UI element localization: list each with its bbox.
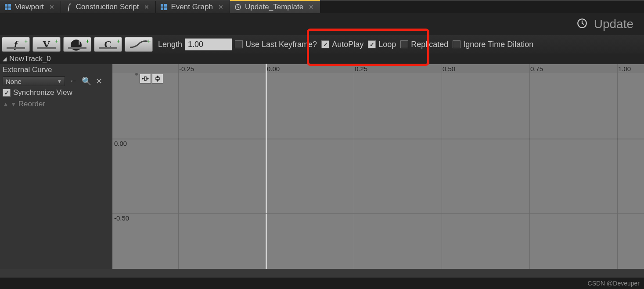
timeline-toolbar: f+ V+ ⬤!+ C+ + Length Use Last Keyframe?…	[0, 35, 644, 54]
autoplay-checkbox[interactable]	[321, 40, 329, 48]
clock-icon	[576, 18, 588, 31]
reorder-label: Reorder	[18, 100, 45, 108]
y-tick: 0.00	[114, 140, 127, 147]
add-vector-track-button[interactable]: V+	[32, 37, 61, 52]
page-title: Update	[594, 17, 633, 31]
external-curve-label: External Curve	[3, 65, 52, 74]
grid-icon	[4, 4, 11, 11]
x-tick: 0.00	[267, 65, 280, 72]
replicated-label: Replicated	[411, 40, 448, 49]
dropdown-value: None	[6, 78, 22, 85]
loop-checkbox[interactable]	[368, 40, 376, 48]
function-icon: f	[65, 4, 72, 11]
external-curve-dropdown[interactable]: None ▼	[3, 76, 65, 86]
add-event-track-button[interactable]: ⬤!+	[63, 37, 91, 52]
x-tick: -0.25	[179, 65, 194, 72]
add-float-track-button[interactable]: f+	[2, 37, 30, 52]
svg-rect-2	[144, 77, 146, 80]
synchronize-view-checkbox[interactable]	[3, 89, 11, 97]
collapse-icon[interactable]: ◢	[3, 56, 7, 62]
reorder-down-icon[interactable]: ▼	[11, 101, 17, 108]
track-header[interactable]: ◢ NewTrack_0	[0, 54, 644, 64]
synchronize-view-label: Synchronize View	[13, 88, 72, 97]
length-input[interactable]	[185, 38, 232, 51]
close-icon[interactable]: ✕	[144, 4, 149, 11]
clock-icon	[234, 4, 241, 11]
replicated-checkbox[interactable]	[400, 40, 408, 48]
keyframe-dot[interactable]	[135, 73, 138, 76]
close-icon[interactable]: ✕	[218, 4, 223, 11]
chevron-down-icon: ▼	[57, 79, 62, 84]
add-curve-track-button[interactable]: +	[125, 37, 153, 52]
length-label: Length	[158, 40, 182, 49]
footer: CSDN @Deveuper	[0, 278, 644, 289]
x-tick: 0.25	[355, 65, 367, 72]
add-color-track-button[interactable]: C+	[94, 37, 122, 52]
close-icon[interactable]: ✕	[309, 4, 314, 11]
use-last-keyframe-label: Use Last Keyframe?	[245, 40, 317, 49]
tab-construction-script[interactable]: f Construction Script ✕	[61, 1, 156, 13]
y-tick: -0.50	[114, 214, 129, 222]
watermark: CSDN @Deveuper	[588, 280, 640, 287]
track-name: NewTrack_0	[9, 54, 51, 63]
spacer	[0, 269, 644, 278]
tab-label: Update_Template	[245, 3, 303, 11]
back-icon[interactable]: ←	[69, 76, 77, 86]
ignore-time-dilation-label: Ignore Time Dilation	[463, 40, 533, 49]
loop-label: Loop	[378, 40, 396, 49]
x-tick: 1.00	[618, 65, 631, 72]
curve-canvas[interactable]: -0.25 0.00 0.25 0.50 0.75 1.00 0.00 -0.5…	[112, 64, 644, 269]
ignore-time-dilation-checkbox[interactable]	[453, 40, 461, 48]
close-icon[interactable]: ✕	[49, 4, 54, 11]
page-header: Update	[0, 13, 644, 35]
track-sidebar: External Curve None ▼ ← 🔍 ✕ Synchronize …	[0, 64, 112, 269]
search-icon[interactable]: 🔍	[82, 76, 91, 86]
tab-label: Construction Script	[76, 3, 139, 11]
x-tick: 0.75	[530, 65, 543, 72]
curve-editor-main: External Curve None ▼ ← 🔍 ✕ Synchronize …	[0, 64, 644, 269]
x-tick: 0.50	[443, 65, 455, 72]
grid-icon	[160, 4, 167, 11]
tabs-bar: Viewport ✕ f Construction Script ✕ Event…	[0, 0, 644, 13]
tab-viewport[interactable]: Viewport ✕	[0, 1, 61, 13]
tab-label: Event Graph	[171, 3, 212, 11]
fit-horizontal-button[interactable]	[140, 74, 151, 83]
reorder-up-icon[interactable]: ▲	[3, 101, 9, 108]
autoplay-label: AutoPlay	[332, 40, 363, 49]
fit-vertical-button[interactable]	[152, 74, 163, 83]
use-last-keyframe-checkbox[interactable]	[235, 40, 243, 48]
tab-label: Viewport	[15, 3, 44, 11]
tab-event-graph[interactable]: Event Graph ✕	[156, 1, 230, 13]
svg-rect-3	[156, 78, 159, 79]
clear-icon[interactable]: ✕	[96, 76, 102, 86]
tab-update-template[interactable]: Update_Template ✕	[230, 1, 320, 13]
